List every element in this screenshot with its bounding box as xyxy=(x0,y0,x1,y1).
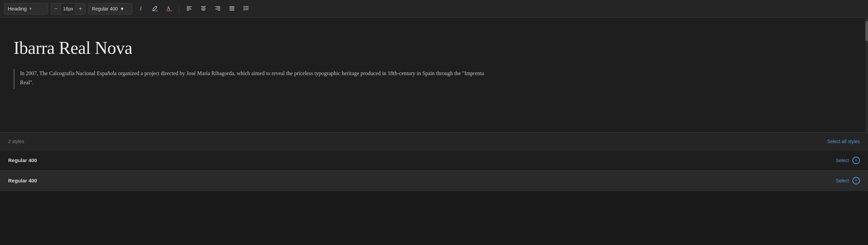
text-color-icon: A xyxy=(166,5,172,13)
align-left-icon xyxy=(186,5,192,13)
styles-header: 2 styles Select all styles xyxy=(0,133,868,150)
align-right-icon xyxy=(215,5,221,13)
styles-section: 2 styles Select all styles Regular 400 S… xyxy=(0,133,868,191)
align-center-button[interactable] xyxy=(198,3,209,15)
font-size-group: − 16px + xyxy=(51,3,85,15)
font-style-dropdown[interactable]: Regular 400 ▼ xyxy=(88,3,132,15)
add-style-button[interactable]: + xyxy=(852,177,860,184)
font-description: In 2007, The Calcografía Nacional Españo… xyxy=(14,69,854,89)
style-row: Regular 400 Select + xyxy=(0,171,868,191)
line-height-icon xyxy=(243,5,249,13)
line-height-button[interactable] xyxy=(240,3,252,15)
underline-button[interactable]: A xyxy=(163,3,175,15)
font-style-label: Regular 400 xyxy=(92,6,118,12)
align-left-button[interactable] xyxy=(183,3,195,15)
italic-button[interactable]: I xyxy=(135,3,146,15)
align-center-icon xyxy=(200,5,206,13)
content-area: Ibarra Real Nova In 2007, The Calcografí… xyxy=(0,18,868,133)
separator-1 xyxy=(179,4,179,14)
add-style-button[interactable]: + xyxy=(852,157,860,164)
scrollbar[interactable] xyxy=(865,18,868,132)
font-size-value: 16px xyxy=(61,3,76,15)
highlight-button[interactable] xyxy=(149,3,161,15)
style-row: Regular 400 Select + xyxy=(0,150,868,171)
style-row-actions: Select + xyxy=(836,157,860,164)
scrollbar-thumb[interactable] xyxy=(865,21,868,41)
description-text: In 2007, The Calcografía Nacional Españo… xyxy=(20,69,495,87)
font-size-decrease-button[interactable]: − xyxy=(51,3,61,15)
styles-count: 2 styles xyxy=(8,139,24,144)
align-justify-button[interactable] xyxy=(226,3,238,15)
font-title: Ibarra Real Nova xyxy=(14,38,854,58)
select-style-button[interactable]: Select xyxy=(836,158,849,163)
heading-label: Heading xyxy=(8,6,27,12)
select-all-styles-button[interactable]: Select all styles xyxy=(827,139,860,144)
description-left-border xyxy=(14,69,15,89)
highlight-icon xyxy=(152,5,158,13)
select-style-button[interactable]: Select xyxy=(836,178,849,183)
align-right-button[interactable] xyxy=(212,3,223,15)
font-size-increase-button[interactable]: + xyxy=(76,3,85,15)
align-justify-icon xyxy=(229,5,235,13)
style-row-name: Regular 400 xyxy=(8,157,37,163)
svg-text:A: A xyxy=(167,5,171,10)
heading-chevron-icon: ▼ xyxy=(29,7,32,10)
heading-dropdown[interactable]: Heading ▼ xyxy=(4,3,48,15)
style-row-name: Regular 400 xyxy=(8,178,37,183)
style-row-actions: Select + xyxy=(836,177,860,184)
font-style-chevron-icon: ▼ xyxy=(120,6,124,12)
toolbar: Heading ▼ − 16px + Regular 400 ▼ I A xyxy=(0,0,868,18)
